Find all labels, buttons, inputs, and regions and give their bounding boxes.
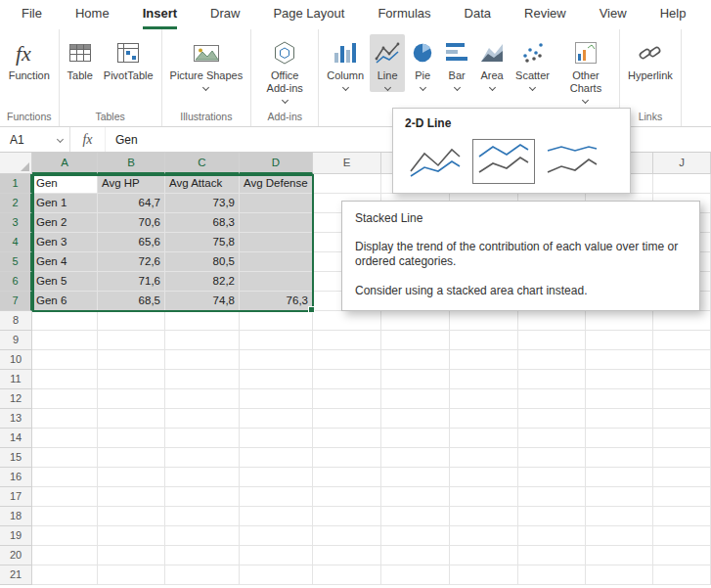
cell-D14[interactable] xyxy=(240,429,313,448)
cell-H14[interactable] xyxy=(518,429,586,448)
cell-F11[interactable] xyxy=(381,370,450,389)
cell-A15[interactable] xyxy=(32,448,98,468)
cell-B10[interactable] xyxy=(98,350,165,370)
select-all-button[interactable] xyxy=(0,153,32,174)
cell-C4[interactable]: 75,8 xyxy=(165,233,240,252)
cell-B6[interactable]: 71,6 xyxy=(98,272,165,292)
cell-J18[interactable] xyxy=(653,507,711,526)
row-header-14[interactable]: 14 xyxy=(0,429,32,448)
line-option[interactable] xyxy=(404,139,467,184)
cell-D16[interactable] xyxy=(240,468,313,487)
cell-G21[interactable] xyxy=(450,565,518,585)
cell-G8[interactable] xyxy=(450,311,518,331)
cell-I21[interactable] xyxy=(586,565,653,585)
row-header-12[interactable]: 12 xyxy=(0,389,32,409)
cell-B15[interactable] xyxy=(98,448,165,468)
cell-C15[interactable] xyxy=(165,448,240,468)
cell-C1[interactable]: Avg Attack xyxy=(165,174,240,194)
cell-A13[interactable] xyxy=(32,409,98,429)
cell-E13[interactable] xyxy=(313,409,381,429)
picture-shapes-button[interactable]: Picture Shapes xyxy=(165,34,248,92)
cell-C21[interactable] xyxy=(165,565,240,585)
cell-H8[interactable] xyxy=(518,311,586,331)
cell-B19[interactable] xyxy=(98,526,165,546)
cell-D12[interactable] xyxy=(240,389,313,409)
cell-G15[interactable] xyxy=(450,448,518,468)
cell-A7[interactable]: Gen 6 xyxy=(32,292,98,311)
cell-C10[interactable] xyxy=(165,350,240,370)
cell-H13[interactable] xyxy=(518,409,586,429)
cell-B14[interactable] xyxy=(98,429,165,448)
cell-E15[interactable] xyxy=(313,448,381,468)
cell-G20[interactable] xyxy=(450,546,518,565)
column-header-C[interactable]: C xyxy=(165,153,240,174)
cell-C11[interactable] xyxy=(165,370,240,389)
cell-E18[interactable] xyxy=(313,507,381,526)
cell-E16[interactable] xyxy=(313,468,381,487)
cell-H21[interactable] xyxy=(518,565,586,585)
row-header-13[interactable]: 13 xyxy=(0,409,32,429)
cell-J17[interactable] xyxy=(653,487,711,507)
cell-B8[interactable] xyxy=(98,311,165,331)
cell-D9[interactable] xyxy=(240,331,313,350)
stacked-100-line-option[interactable] xyxy=(541,139,603,184)
cell-F12[interactable] xyxy=(381,389,450,409)
cell-C2[interactable]: 73,9 xyxy=(165,194,240,213)
cell-E12[interactable] xyxy=(313,389,381,409)
cell-B4[interactable]: 65,6 xyxy=(98,233,165,252)
tab-draw[interactable]: Draw xyxy=(210,0,240,29)
cell-B3[interactable]: 70,6 xyxy=(98,213,165,233)
tab-review[interactable]: Review xyxy=(524,0,566,29)
cell-J11[interactable] xyxy=(653,370,711,389)
cell-J12[interactable] xyxy=(653,389,711,409)
stacked-line-option[interactable] xyxy=(472,139,535,184)
row-header-8[interactable]: 8 xyxy=(0,311,32,331)
cell-J19[interactable] xyxy=(653,526,711,546)
cell-A10[interactable] xyxy=(32,350,98,370)
cell-A3[interactable]: Gen 2 xyxy=(32,213,98,233)
cell-A16[interactable] xyxy=(32,468,98,487)
cell-B21[interactable] xyxy=(98,565,165,585)
tab-data[interactable]: Data xyxy=(465,0,491,29)
cell-A14[interactable] xyxy=(32,429,98,448)
row-header-5[interactable]: 5 xyxy=(0,252,32,272)
cell-J10[interactable] xyxy=(653,350,711,370)
cell-D19[interactable] xyxy=(240,526,313,546)
area-chart-button[interactable]: Area xyxy=(474,34,510,92)
cell-E19[interactable] xyxy=(313,526,381,546)
column-header-A[interactable]: A xyxy=(32,153,98,174)
cell-D21[interactable] xyxy=(240,565,313,585)
cell-I18[interactable] xyxy=(586,507,653,526)
cell-A6[interactable]: Gen 5 xyxy=(32,272,98,292)
cell-F17[interactable] xyxy=(381,487,450,507)
cell-C14[interactable] xyxy=(165,429,240,448)
cell-I10[interactable] xyxy=(586,350,653,370)
cell-G19[interactable] xyxy=(450,526,518,546)
tab-file[interactable]: File xyxy=(22,0,42,29)
row-header-9[interactable]: 9 xyxy=(0,331,32,350)
cell-G17[interactable] xyxy=(450,487,518,507)
cell-J16[interactable] xyxy=(653,468,711,487)
row-header-18[interactable]: 18 xyxy=(0,507,32,526)
cell-C7[interactable]: 74,8 xyxy=(165,292,240,311)
cell-C9[interactable] xyxy=(165,331,240,350)
cell-C19[interactable] xyxy=(165,526,240,546)
cell-D10[interactable] xyxy=(240,350,313,370)
cell-D6[interactable] xyxy=(240,272,313,292)
cell-F8[interactable] xyxy=(381,311,450,331)
cell-H11[interactable] xyxy=(518,370,586,389)
function-button[interactable]: fx Function xyxy=(4,34,55,84)
cell-A2[interactable]: Gen 1 xyxy=(32,194,98,213)
cell-G11[interactable] xyxy=(450,370,518,389)
row-header-3[interactable]: 3 xyxy=(0,213,32,233)
cell-C8[interactable] xyxy=(165,311,240,331)
tab-formulas[interactable]: Formulas xyxy=(378,0,430,29)
cell-J9[interactable] xyxy=(653,331,711,350)
cell-A5[interactable]: Gen 4 xyxy=(32,252,98,272)
column-header-E[interactable]: E xyxy=(313,153,381,174)
pivottable-button[interactable]: PivotTable xyxy=(99,34,158,84)
cell-J14[interactable] xyxy=(653,429,711,448)
row-header-21[interactable]: 21 xyxy=(0,565,32,585)
cell-D17[interactable] xyxy=(240,487,313,507)
table-button[interactable]: Table xyxy=(63,34,98,84)
